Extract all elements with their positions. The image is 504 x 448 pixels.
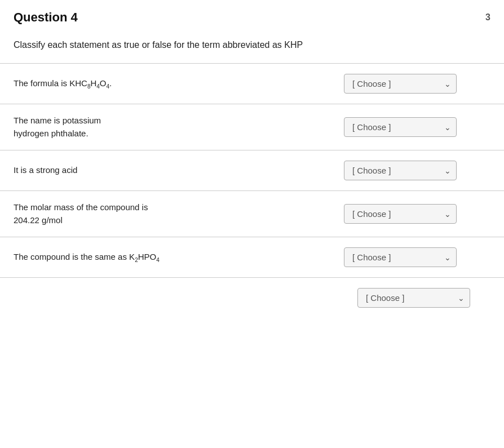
row-3-select[interactable]: [ Choose ] True False: [344, 161, 457, 180]
rows-container: The formula is KHC8H4O4. [ Choose ] True…: [0, 63, 504, 278]
row-2-dropdown-wrapper[interactable]: [ Choose ] True False ⌄: [344, 117, 457, 137]
row-3-dropdown-wrapper[interactable]: [ Choose ] True False ⌄: [344, 161, 457, 180]
question-number-badge: 3: [485, 10, 490, 23]
question-row-1: The formula is KHC8H4O4. [ Choose ] True…: [0, 64, 504, 104]
question-header: Question 4 3: [0, 0, 504, 30]
row-5-select[interactable]: [ Choose ] True False: [344, 247, 457, 267]
row-4-dropdown-wrapper[interactable]: [ Choose ] True False ⌄: [344, 204, 457, 224]
row-3-statement: It is a strong acid: [14, 164, 344, 177]
row-1-select[interactable]: [ Choose ] True False: [344, 74, 457, 94]
extra-dropdown-wrapper[interactable]: [ Choose ] True False ⌄: [357, 288, 470, 308]
row-2-statement: The name is potassiumhydrogen phthalate.: [14, 114, 344, 140]
extra-select[interactable]: [ Choose ] True False: [357, 288, 470, 308]
row-2-dropdown-wrap: [ Choose ] True False ⌄: [344, 117, 490, 137]
question-row-2: The name is potassiumhydrogen phthalate.…: [0, 104, 504, 150]
row-5-dropdown-wrapper[interactable]: [ Choose ] True False ⌄: [344, 247, 457, 267]
question-title: Question 4: [14, 10, 78, 25]
extra-row: [ Choose ] True False ⌄: [0, 278, 504, 325]
row-3-dropdown-wrap: [ Choose ] True False ⌄: [344, 161, 490, 180]
question-row-3: It is a strong acid [ Choose ] True Fals…: [0, 150, 504, 191]
row-5-dropdown-wrap: [ Choose ] True False ⌄: [344, 247, 490, 267]
row-2-select[interactable]: [ Choose ] True False: [344, 117, 457, 137]
row-1-dropdown-wrapper[interactable]: [ Choose ] True False ⌄: [344, 74, 457, 94]
row-5-statement: The compound is the same as K2HPO4: [14, 251, 344, 264]
question-instruction: Classify each statement as true or false…: [0, 30, 504, 63]
question-row-5: The compound is the same as K2HPO4 [ Cho…: [0, 237, 504, 278]
question-row-4: The molar mass of the compound is204.22 …: [0, 191, 504, 237]
row-4-select[interactable]: [ Choose ] True False: [344, 204, 457, 224]
row-4-dropdown-wrap: [ Choose ] True False ⌄: [344, 204, 490, 224]
row-1-statement: The formula is KHC8H4O4.: [14, 77, 344, 91]
page-container: Question 4 3 Classify each statement as …: [0, 0, 504, 448]
row-4-statement: The molar mass of the compound is204.22 …: [14, 201, 344, 227]
row-1-dropdown-wrap: [ Choose ] True False ⌄: [344, 74, 490, 94]
